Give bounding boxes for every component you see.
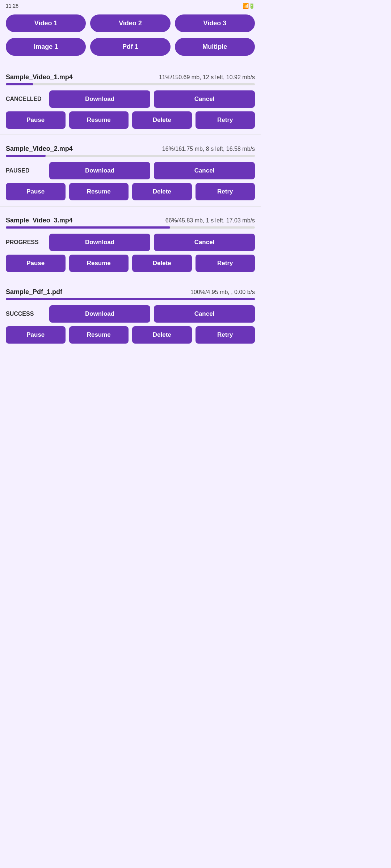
filename-0: Sample_Video_1.mp4	[6, 73, 73, 81]
delete-btn-3[interactable]: Delete	[132, 326, 192, 344]
stats-0: 11%/150.69 mb, 12 s left, 10.92 mb/s	[159, 74, 255, 81]
top-divider	[0, 63, 261, 63]
filename-1: Sample_Video_2.mp4	[6, 145, 73, 153]
progress-bar-bg-3	[6, 298, 255, 300]
filename-2: Sample_Video_3.mp4	[6, 217, 73, 224]
progress-bar-bg-2	[6, 226, 255, 229]
delete-btn-2[interactable]: Delete	[132, 255, 192, 272]
pause-btn-2[interactable]: Pause	[6, 255, 66, 272]
status-label-1: PAUSED	[6, 167, 46, 174]
download-card-3: Sample_Pdf_1.pdf 100%/4.95 mb, , 0.00 b/…	[0, 282, 261, 344]
card-header-0: Sample_Video_1.mp4 11%/150.69 mb, 12 s l…	[6, 73, 255, 81]
delete-btn-1[interactable]: Delete	[132, 183, 192, 200]
stats-1: 16%/161.75 mb, 8 s left, 16.58 mb/s	[162, 146, 255, 152]
filename-3: Sample_Pdf_1.pdf	[6, 288, 62, 296]
cancel-btn-2[interactable]: Cancel	[154, 234, 255, 251]
card-header-1: Sample_Video_2.mp4 16%/161.75 mb, 8 s le…	[6, 145, 255, 153]
card-header-2: Sample_Video_3.mp4 66%/45.83 mb, 1 s lef…	[6, 217, 255, 224]
status-row-2: PROGRESS Download Cancel	[6, 234, 255, 251]
progress-bar-bg-0	[6, 83, 255, 85]
status-bar: 11:28 📶🔋	[0, 0, 261, 12]
tab-video1[interactable]: Video 1	[6, 14, 86, 32]
status-row-1: PAUSED Download Cancel	[6, 162, 255, 179]
download-card-0: Sample_Video_1.mp4 11%/150.69 mb, 12 s l…	[0, 68, 261, 129]
cancel-btn-1[interactable]: Cancel	[154, 162, 255, 179]
stats-2: 66%/45.83 mb, 1 s left, 17.03 mb/s	[165, 217, 255, 224]
tab-multiple[interactable]: Multiple	[175, 38, 255, 56]
tab-video2[interactable]: Video 2	[90, 14, 170, 32]
resume-btn-1[interactable]: Resume	[69, 183, 129, 200]
retry-btn-3[interactable]: Retry	[196, 326, 255, 344]
status-label-0: CANCELLED	[6, 96, 46, 102]
delete-btn-0[interactable]: Delete	[132, 111, 192, 129]
btn-row-3: Pause Resume Delete Retry	[6, 326, 255, 344]
progress-bar-bg-1	[6, 155, 255, 157]
btn-row-0: Pause Resume Delete Retry	[6, 111, 255, 129]
progress-bar-fill-1	[6, 155, 46, 157]
status-label-2: PROGRESS	[6, 239, 46, 246]
cancel-btn-0[interactable]: Cancel	[154, 90, 255, 108]
tab-row-2: Image 1 Pdf 1 Multiple	[0, 35, 261, 59]
progress-bar-fill-2	[6, 226, 170, 229]
card-header-3: Sample_Pdf_1.pdf 100%/4.95 mb, , 0.00 b/…	[6, 288, 255, 296]
pause-btn-3[interactable]: Pause	[6, 326, 66, 344]
download-btn-1[interactable]: Download	[49, 162, 150, 179]
retry-btn-2[interactable]: Retry	[196, 255, 255, 272]
btn-row-1: Pause Resume Delete Retry	[6, 183, 255, 200]
cancel-btn-3[interactable]: Cancel	[154, 305, 255, 323]
tab-pdf1[interactable]: Pdf 1	[90, 38, 170, 56]
retry-btn-1[interactable]: Retry	[196, 183, 255, 200]
download-card-1: Sample_Video_2.mp4 16%/161.75 mb, 8 s le…	[0, 139, 261, 200]
progress-bar-fill-0	[6, 83, 33, 85]
tab-video3[interactable]: Video 3	[175, 14, 255, 32]
download-btn-0[interactable]: Download	[49, 90, 150, 108]
status-icons: 📶🔋	[243, 3, 255, 9]
time-display: 11:28	[6, 3, 18, 9]
divider-2	[0, 206, 261, 207]
resume-btn-2[interactable]: Resume	[69, 255, 129, 272]
status-row-0: CANCELLED Download Cancel	[6, 90, 255, 108]
btn-row-2: Pause Resume Delete Retry	[6, 255, 255, 272]
download-btn-3[interactable]: Download	[49, 305, 150, 323]
status-label-3: SUCCESS	[6, 311, 46, 317]
tab-image1[interactable]: Image 1	[6, 38, 86, 56]
resume-btn-3[interactable]: Resume	[69, 326, 129, 344]
retry-btn-0[interactable]: Retry	[196, 111, 255, 129]
stats-3: 100%/4.95 mb, , 0.00 b/s	[190, 289, 255, 295]
status-row-3: SUCCESS Download Cancel	[6, 305, 255, 323]
progress-bar-fill-3	[6, 298, 255, 300]
download-btn-2[interactable]: Download	[49, 234, 150, 251]
pause-btn-0[interactable]: Pause	[6, 111, 66, 129]
resume-btn-0[interactable]: Resume	[69, 111, 129, 129]
pause-btn-1[interactable]: Pause	[6, 183, 66, 200]
divider-3	[0, 278, 261, 278]
divider-1	[0, 135, 261, 135]
download-card-2: Sample_Video_3.mp4 66%/45.83 mb, 1 s lef…	[0, 211, 261, 272]
tab-row-1: Video 1 Video 2 Video 3	[0, 12, 261, 35]
